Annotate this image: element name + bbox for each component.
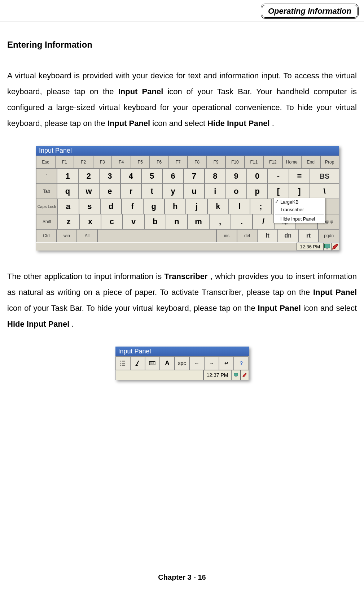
key-ctrl[interactable]: Ctrl: [36, 229, 57, 242]
key-d[interactable]: d: [100, 199, 122, 214]
key-comma[interactable]: ,: [209, 214, 231, 229]
key-f8[interactable]: F8: [188, 156, 207, 169]
key-period[interactable]: .: [231, 214, 253, 229]
taskbar-time-1[interactable]: 12:36 PM: [297, 243, 323, 251]
key-w[interactable]: w: [78, 184, 99, 199]
key-b[interactable]: b: [144, 214, 166, 229]
key-end[interactable]: End: [301, 156, 320, 169]
key-f3[interactable]: F3: [93, 156, 112, 169]
key-f11[interactable]: F11: [245, 156, 264, 169]
key-x[interactable]: x: [79, 214, 101, 229]
key-shift[interactable]: Shift: [36, 214, 58, 229]
key-semicolon[interactable]: ;: [250, 199, 271, 214]
key-m[interactable]: m: [188, 214, 209, 229]
desktop-icon-2[interactable]: [232, 370, 240, 380]
key-f10[interactable]: F10: [225, 156, 245, 169]
key-z[interactable]: z: [58, 214, 79, 229]
input-panel-titlebar[interactable]: Input Panel: [36, 146, 339, 156]
key-right[interactable]: rt: [298, 229, 319, 242]
key-backspace[interactable]: BS: [310, 169, 339, 184]
key-f7[interactable]: F7: [169, 156, 188, 169]
key-3[interactable]: 3: [99, 169, 120, 184]
key-tab[interactable]: Tab: [36, 184, 57, 199]
transcriber-left-button[interactable]: ←: [189, 356, 204, 370]
key-4[interactable]: 4: [120, 169, 141, 184]
key-space[interactable]: [97, 229, 216, 242]
key-l[interactable]: l: [229, 199, 250, 214]
key-f12[interactable]: F12: [263, 156, 282, 169]
key-2[interactable]: 2: [78, 169, 99, 184]
transcriber-help-button[interactable]: ?: [234, 356, 249, 370]
key-alt[interactable]: Alt: [77, 229, 97, 242]
key-prop[interactable]: Prop: [320, 156, 339, 169]
header-rule: [0, 22, 364, 23]
key-left[interactable]: lt: [257, 229, 278, 242]
key-home[interactable]: Home: [282, 156, 302, 169]
key-r[interactable]: r: [120, 184, 141, 199]
transcriber-a-button[interactable]: A: [160, 356, 175, 370]
key-9[interactable]: 9: [226, 169, 247, 184]
transcriber-pen-button[interactable]: [130, 356, 145, 370]
desktop-icon-svg: [324, 243, 331, 250]
key-slash[interactable]: /: [253, 214, 274, 229]
key-0[interactable]: 0: [247, 169, 268, 184]
key-a[interactable]: a: [57, 199, 79, 214]
key-8[interactable]: 8: [205, 169, 225, 184]
transcriber-list-button[interactable]: [115, 356, 130, 370]
key-c[interactable]: c: [101, 214, 123, 229]
input-panel-icon[interactable]: [331, 243, 339, 251]
input-panel-icon-2[interactable]: [240, 370, 249, 380]
transcriber-keyboard-button[interactable]: [145, 356, 160, 370]
key-down[interactable]: dn: [278, 229, 298, 242]
key-7[interactable]: 7: [184, 169, 205, 184]
key-u[interactable]: u: [184, 184, 205, 199]
key-s[interactable]: s: [79, 199, 100, 214]
key-y[interactable]: y: [162, 184, 183, 199]
key-e[interactable]: e: [99, 184, 120, 199]
key-f[interactable]: f: [122, 199, 143, 214]
key-5[interactable]: 5: [141, 169, 162, 184]
key-backtick[interactable]: `: [36, 169, 57, 184]
header-badge: Operating Information: [261, 4, 359, 19]
key-backslash[interactable]: \: [310, 184, 339, 199]
key-f5[interactable]: F5: [131, 156, 150, 169]
key-del[interactable]: del: [237, 229, 258, 242]
transcriber-spc-button[interactable]: spc: [175, 356, 189, 370]
key-p[interactable]: p: [247, 184, 268, 199]
key-lbracket[interactable]: [: [268, 184, 289, 199]
svg-rect-0: [325, 244, 330, 248]
transcriber-enter-button[interactable]: ↵: [219, 356, 234, 370]
key-k[interactable]: k: [207, 199, 229, 214]
key-1[interactable]: 1: [57, 169, 78, 184]
key-f6[interactable]: F6: [150, 156, 169, 169]
key-esc[interactable]: Esc: [36, 156, 55, 169]
desktop-icon[interactable]: [323, 243, 331, 251]
key-win[interactable]: win: [57, 229, 77, 242]
key-t[interactable]: t: [141, 184, 162, 199]
transcriber-titlebar[interactable]: Input Panel: [115, 347, 249, 356]
key-h[interactable]: h: [165, 199, 186, 214]
key-g[interactable]: g: [143, 199, 165, 214]
key-ins[interactable]: ins: [216, 229, 237, 242]
key-capslock[interactable]: Caps Lock: [36, 199, 57, 214]
key-rbracket[interactable]: ]: [289, 184, 310, 199]
key-o[interactable]: o: [226, 184, 247, 199]
key-f1[interactable]: F1: [55, 156, 74, 169]
menu-transcriber[interactable]: Transcriber: [274, 206, 325, 213]
key-f4[interactable]: F4: [112, 156, 131, 169]
menu-largekb[interactable]: LargeKB: [274, 198, 325, 206]
transcriber-right-button[interactable]: →: [204, 356, 219, 370]
key-f9[interactable]: F9: [207, 156, 226, 169]
key-q[interactable]: q: [57, 184, 78, 199]
key-6[interactable]: 6: [162, 169, 183, 184]
key-v[interactable]: v: [123, 214, 144, 229]
key-i[interactable]: i: [205, 184, 225, 199]
menu-hide-input-panel[interactable]: Hide Input Panel: [274, 215, 325, 223]
key-f2[interactable]: F2: [74, 156, 93, 169]
key-minus[interactable]: -: [268, 169, 289, 184]
key-j[interactable]: j: [186, 199, 207, 214]
key-n[interactable]: n: [166, 214, 188, 229]
key-equals[interactable]: =: [289, 169, 310, 184]
taskbar-time-2[interactable]: 12:37 PM: [203, 370, 232, 380]
key-pgdn[interactable]: pgdn: [319, 229, 339, 242]
